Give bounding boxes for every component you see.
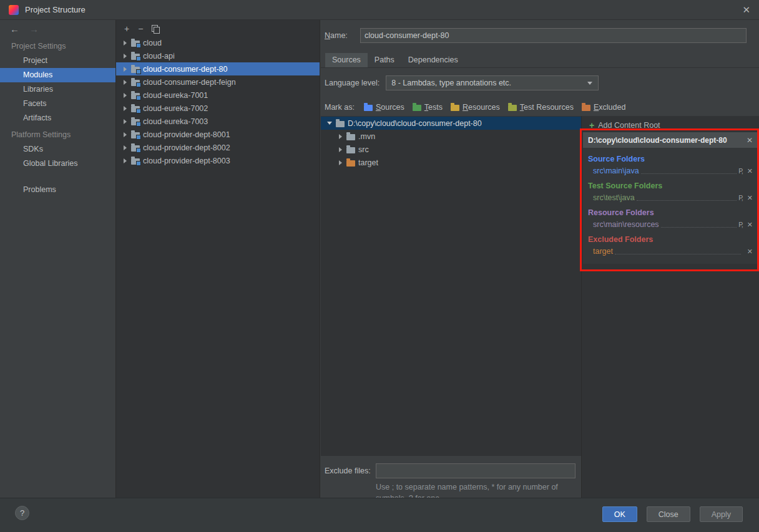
module-toolbar: + − (116, 20, 320, 36)
back-arrow-icon[interactable]: ← (10, 24, 19, 34)
mark-as-test-resources-label: Test Resources (520, 103, 574, 112)
exclude-files-input[interactable] (376, 463, 575, 478)
mark-as-excluded-label: Excluded (594, 103, 625, 112)
dotted-leader (615, 254, 741, 254)
sidebar-item-libraries[interactable]: Libraries (0, 82, 115, 97)
content-root-row[interactable]: D:\copy\cloud\cloud-consumer-dept-80 (321, 117, 581, 130)
resource-folder-entry[interactable]: src\main\resources P, ✕ (588, 220, 753, 230)
exclude-files-row: Exclude files: (325, 463, 581, 478)
tab-sources[interactable]: Sources (325, 53, 368, 67)
chevron-right-icon[interactable] (122, 119, 128, 124)
module-folder-icon (131, 132, 140, 138)
chevron-right-icon[interactable] (337, 134, 343, 139)
chevron-right-icon[interactable] (122, 132, 128, 137)
module-tree-item[interactable]: cloud-eureka-7003 (116, 115, 320, 128)
chevron-right-icon[interactable] (122, 80, 128, 85)
package-prefix-icon[interactable]: P, (738, 167, 743, 176)
excluded-folder-entry[interactable]: target ✕ (588, 247, 753, 256)
sidebar-item-global-libraries[interactable]: Global Libraries (0, 157, 115, 171)
sidebar-item-facets[interactable]: Facets (0, 97, 115, 111)
module-name-input[interactable] (360, 28, 747, 43)
sidebar-item-artifacts[interactable]: Artifacts (0, 111, 115, 125)
test-source-folders-group: Test Source Folders src\test\java P, ✕ (588, 181, 753, 203)
module-tree-item[interactable]: cloud-consumer-dept-feign (116, 75, 320, 89)
module-folder-icon (131, 67, 140, 73)
test-source-folder-entry[interactable]: src\test\java P, ✕ (588, 193, 753, 203)
remove-folder-icon[interactable]: ✕ (747, 193, 753, 203)
close-button[interactable]: Close (647, 506, 690, 522)
module-editor: Name: Sources Paths Dependencies Languag… (321, 20, 759, 498)
dotted-leader (637, 200, 737, 201)
content-root-card-body: Source Folders src\main\java P, ✕ Test S… (583, 148, 758, 264)
chevron-right-icon[interactable] (122, 93, 128, 98)
chevron-right-icon[interactable] (122, 145, 128, 150)
help-button[interactable]: ? (15, 506, 29, 520)
module-tree-item[interactable]: cloud-api (116, 49, 320, 62)
language-level-select[interactable]: 8 - Lambdas, type annotations etc. (386, 75, 599, 90)
chevron-right-icon[interactable] (122, 106, 128, 111)
tab-dependencies[interactable]: Dependencies (401, 53, 465, 67)
mark-as-test-resources[interactable]: Test Resources (508, 103, 574, 112)
remove-folder-icon[interactable]: ✕ (747, 220, 753, 230)
chevron-right-icon[interactable] (122, 54, 128, 59)
mark-as-sources[interactable]: Sources (364, 103, 404, 112)
intellij-logo-icon (9, 5, 19, 15)
add-content-root-label: Add Content Root (598, 121, 660, 130)
resource-folders-title: Resource Folders (588, 208, 753, 218)
module-tree-item[interactable]: cloud-provider-dept-8003 (116, 154, 320, 167)
source-folder-entry[interactable]: src\main\java P, ✕ (588, 167, 753, 176)
module-tree-item[interactable]: cloud-eureka-7002 (116, 102, 320, 115)
module-tree-item-selected[interactable]: cloud-consumer-dept-80 (116, 62, 320, 75)
mark-as-tests[interactable]: Tests (413, 103, 443, 112)
module-folder-icon (131, 158, 140, 165)
remove-module-icon[interactable]: − (138, 24, 143, 34)
add-content-root-link[interactable]: + Add Content Root (582, 116, 759, 132)
apply-button[interactable]: Apply (700, 506, 743, 522)
section-header-platform-settings: Platform Settings (0, 125, 115, 142)
chevron-right-icon[interactable] (122, 158, 128, 163)
package-prefix-icon[interactable]: P, (738, 193, 743, 203)
mark-as-excluded[interactable]: Excluded (582, 103, 625, 112)
module-tree-item[interactable]: cloud-provider-dept-8001 (116, 128, 320, 141)
mark-as-resources[interactable]: Resources (451, 103, 500, 112)
name-label: Name: (325, 31, 360, 40)
package-prefix-icon[interactable]: P, (738, 220, 743, 230)
module-name: cloud-consumer-dept-feign (143, 78, 236, 87)
resources-folder-icon (451, 105, 459, 111)
module-tree-item[interactable]: cloud-eureka-7001 (116, 89, 320, 102)
sidebar-item-sdks[interactable]: SDKs (0, 142, 115, 157)
remove-folder-icon[interactable]: ✕ (747, 167, 753, 176)
chevron-right-icon[interactable] (337, 160, 343, 165)
copy-module-icon[interactable] (152, 25, 160, 33)
chevron-right-icon[interactable] (337, 147, 343, 152)
folder-path[interactable]: src\main\java (593, 167, 639, 176)
folder-name: target (358, 158, 378, 167)
window-close-icon[interactable]: ✕ (742, 4, 750, 16)
tree-item-target[interactable]: target (321, 156, 581, 169)
plus-icon: + (589, 120, 594, 130)
ok-button[interactable]: OK (602, 506, 637, 522)
module-name: cloud-eureka-7002 (143, 104, 208, 113)
excluded-folder-icon (582, 105, 590, 111)
tab-paths[interactable]: Paths (368, 53, 401, 67)
sidebar-item-modules[interactable]: Modules (0, 68, 115, 82)
module-tree-item[interactable]: cloud-provider-dept-8002 (116, 141, 320, 154)
folder-path[interactable]: src\main\resources (593, 220, 659, 230)
module-tree-item[interactable]: cloud (116, 36, 320, 49)
sidebar-item-problems[interactable]: Problems (0, 183, 115, 197)
remove-folder-icon[interactable]: ✕ (747, 247, 753, 256)
tree-item-mvn[interactable]: .mvn (321, 130, 581, 143)
folder-icon (336, 121, 345, 127)
sidebar-item-project[interactable]: Project (0, 54, 115, 68)
folder-path[interactable]: target (593, 247, 613, 256)
chevron-right-icon[interactable] (122, 67, 128, 72)
footer-buttons: OK Close Apply (602, 506, 743, 522)
add-module-icon[interactable]: + (124, 24, 129, 34)
folder-path[interactable]: src\test\java (593, 193, 635, 203)
chevron-down-icon[interactable] (326, 122, 333, 125)
chevron-right-icon[interactable] (122, 41, 128, 46)
remove-content-root-icon[interactable]: ✕ (743, 136, 753, 145)
content-root-details-pane: + Add Content Root D:\copy\cloud\cloud-c… (581, 116, 759, 498)
tree-item-src[interactable]: src (321, 143, 581, 156)
module-name: cloud (143, 39, 162, 47)
